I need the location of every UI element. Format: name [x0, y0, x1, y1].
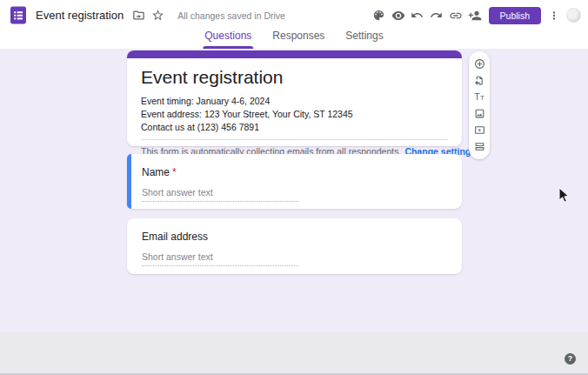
add-title-description-icon[interactable]: Tt: [473, 90, 485, 103]
form-tabs: Questions Responses Settings: [194, 24, 393, 49]
undo-icon[interactable]: [408, 5, 427, 26]
short-answer-placeholder[interactable]: Short answer text: [142, 187, 298, 202]
question-label-text: Email address: [142, 231, 208, 243]
question-label-text: Name: [142, 166, 170, 178]
top-bar: Event registration All changes saved in …: [0, 0, 588, 49]
add-section-icon[interactable]: [473, 141, 485, 153]
customize-theme-icon[interactable]: [370, 5, 389, 26]
star-icon[interactable]: [148, 5, 167, 26]
selected-question-indicator: [127, 154, 131, 209]
form-description-line: Event timing: January 4-6, 2024: [141, 95, 448, 108]
add-collaborators-icon[interactable]: [465, 5, 484, 26]
form-description-line: Event address: 123 Your Street, Your Cit…: [141, 108, 448, 121]
question-card-name[interactable]: Name* Short answer text: [127, 154, 462, 209]
add-question-icon[interactable]: [473, 57, 485, 70]
tab-questions[interactable]: Questions: [194, 24, 262, 49]
document-title[interactable]: Event registration: [36, 9, 124, 22]
form-description[interactable]: Event timing: January 4-6, 2024 Event ad…: [141, 95, 448, 134]
required-asterisk: *: [172, 166, 177, 178]
question-label: Email address: [142, 231, 448, 243]
tab-settings[interactable]: Settings: [335, 24, 393, 49]
publish-button[interactable]: Publish: [489, 7, 541, 24]
question-card-email-address[interactable]: Email address Short answer text: [127, 218, 462, 274]
google-forms-editor: Event registration All changes saved in …: [0, 0, 588, 375]
add-image-icon[interactable]: [473, 108, 485, 120]
tab-responses[interactable]: Responses: [262, 24, 335, 49]
tt-glyph: Tt: [474, 92, 484, 102]
import-questions-icon[interactable]: [473, 74, 485, 86]
redo-icon[interactable]: [427, 5, 446, 26]
copy-link-icon[interactable]: [446, 5, 465, 26]
form-editor-canvas: Event registration Event timing: January…: [0, 49, 588, 332]
more-options-icon[interactable]: [547, 5, 561, 26]
form-title[interactable]: Event registration: [141, 67, 448, 88]
tab-responses-label: Responses: [272, 30, 324, 42]
header-divider: [141, 139, 448, 140]
help-icon[interactable]: ?: [565, 353, 576, 365]
form-theme-accent-bar: [127, 50, 462, 58]
preview-eye-icon[interactable]: [389, 5, 408, 26]
form-description-line: Contact us at (123) 456 7891: [141, 121, 448, 134]
active-tab-indicator: [203, 46, 253, 49]
tab-questions-label: Questions: [204, 30, 251, 42]
forms-logo-icon[interactable]: [9, 5, 28, 26]
footer-strip: ?: [0, 332, 588, 375]
add-video-icon[interactable]: [473, 124, 485, 137]
question-toolbar: Tt: [469, 51, 490, 159]
move-to-folder-icon[interactable]: [129, 5, 148, 26]
short-answer-placeholder[interactable]: Short answer text: [142, 251, 298, 266]
save-status[interactable]: All changes saved in Drive: [177, 10, 285, 21]
account-avatar[interactable]: [566, 8, 581, 23]
form-header-card[interactable]: Event registration Event timing: January…: [127, 50, 462, 146]
tab-settings-label: Settings: [345, 30, 383, 42]
question-label: Name*: [142, 166, 448, 178]
